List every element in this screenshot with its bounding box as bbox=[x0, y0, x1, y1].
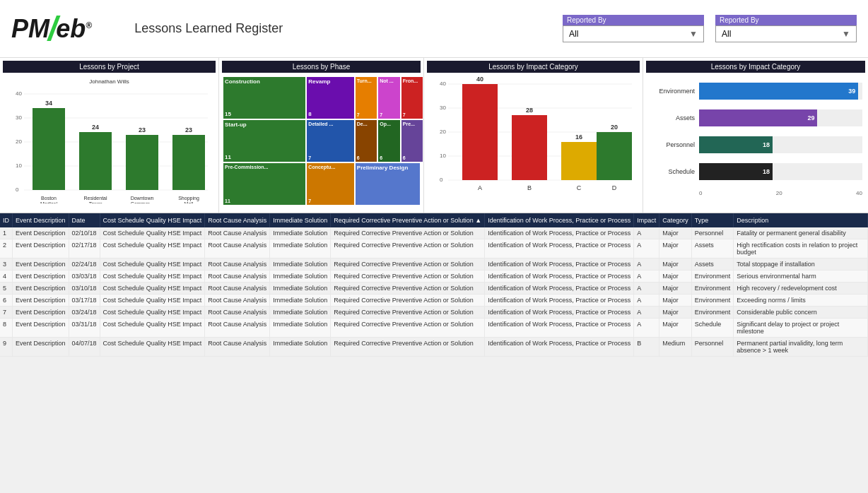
chart3-svg: 40 30 20 10 0 40 A 28 B 16 bbox=[427, 76, 640, 206]
hbar-label-personnel: Personnel bbox=[649, 141, 695, 148]
cell-impact: A bbox=[634, 227, 659, 239]
svg-text:16: 16 bbox=[575, 133, 582, 141]
col-imm: Immediate Solution bbox=[270, 213, 331, 227]
svg-text:40: 40 bbox=[16, 90, 22, 97]
svg-text:34: 34 bbox=[45, 100, 52, 107]
cell-impact: B bbox=[634, 338, 659, 357]
tm-fron: Fron...7 bbox=[401, 77, 423, 119]
filter-value-2: All bbox=[722, 29, 731, 39]
svg-text:C: C bbox=[577, 184, 582, 191]
svg-rect-41 bbox=[512, 115, 547, 180]
chart4-title: Lessons by Impact Category bbox=[646, 61, 865, 73]
cell-date: 02/10/18 bbox=[69, 227, 100, 239]
cell-id: 1 bbox=[0, 227, 13, 239]
cell-cost: Cost Schedule Quality HSE Impact bbox=[100, 259, 205, 271]
cell-description: Total stoppage if installation bbox=[734, 259, 868, 271]
cell-impact: A bbox=[634, 271, 659, 283]
cell-req: Required Corrective Preventive Action or… bbox=[331, 227, 485, 239]
cell-id: 6 bbox=[0, 295, 13, 307]
cell-description: Significant delay to project or project … bbox=[734, 319, 868, 338]
col-cost: Cost Schedule Quality HSE Impact bbox=[100, 213, 205, 227]
svg-rect-19 bbox=[126, 135, 158, 190]
svg-text:A: A bbox=[478, 184, 482, 191]
cell-root: Root Cause Analysis bbox=[205, 239, 270, 259]
table-row: 7 Event Description 03/24/18 Cost Schedu… bbox=[0, 307, 868, 319]
filter-label-1: Reported By bbox=[563, 15, 704, 25]
cell-id: 7 bbox=[0, 307, 13, 319]
cell-category: Major bbox=[659, 283, 692, 295]
table-section: ID Event Description Date Cost Schedule … bbox=[0, 213, 868, 493]
cell-date: 02/24/18 bbox=[69, 259, 100, 271]
cell-cost: Cost Schedule Quality HSE Impact bbox=[100, 295, 205, 307]
col-id: ID bbox=[0, 213, 13, 227]
cell-desc: Event Description bbox=[13, 227, 69, 239]
cell-id: 5 bbox=[0, 283, 13, 295]
svg-text:24: 24 bbox=[92, 124, 99, 131]
tm-not: Not ...7 bbox=[378, 77, 399, 119]
svg-text:Shopping: Shopping bbox=[178, 196, 199, 201]
cell-cost: Cost Schedule Quality HSE Impact bbox=[100, 227, 205, 239]
cell-category: Major bbox=[659, 295, 692, 307]
hbar-fill-assets: 29 bbox=[699, 109, 817, 126]
cell-category: Major bbox=[659, 227, 692, 239]
cell-impact: A bbox=[634, 319, 659, 338]
cell-imm: Immediate Solution bbox=[270, 338, 331, 357]
cell-ident: Identification of Work Process, Practice… bbox=[485, 307, 634, 319]
cell-cost: Cost Schedule Quality HSE Impact bbox=[100, 239, 205, 259]
cell-date: 02/17/18 bbox=[69, 239, 100, 259]
cell-imm: Immediate Solution bbox=[270, 295, 331, 307]
cell-root: Root Cause Analysis bbox=[205, 295, 270, 307]
col-date: Date bbox=[69, 213, 100, 227]
filter-select-1[interactable]: All ▼ bbox=[563, 25, 704, 42]
cell-imm: Immediate Solution bbox=[270, 239, 331, 259]
cell-ident: Identification of Work Process, Practice… bbox=[485, 239, 634, 259]
cell-desc: Event Description bbox=[13, 307, 69, 319]
cell-category: Major bbox=[659, 307, 692, 319]
svg-rect-10 bbox=[33, 108, 65, 190]
horiz-chart: Environment 39 Assets 29 bbox=[646, 76, 865, 203]
lessons-table: ID Event Description Date Cost Schedule … bbox=[0, 213, 868, 357]
cell-imm: Immediate Solution bbox=[270, 307, 331, 319]
main-content: Lessons by Project Johnathan Wills 40 30… bbox=[0, 58, 868, 493]
svg-text:D: D bbox=[612, 184, 617, 191]
cell-description: Considerable public concern bbox=[734, 307, 868, 319]
filter-box-1: Reported By All ▼ bbox=[563, 15, 704, 42]
svg-text:0: 0 bbox=[440, 177, 443, 183]
cell-category: Medium bbox=[659, 338, 692, 357]
cell-category: Major bbox=[659, 271, 692, 283]
tm-pre: Pre...6 bbox=[401, 120, 423, 162]
col-impact: Impact bbox=[634, 213, 659, 227]
table-row: 6 Event Description 03/17/18 Cost Schedu… bbox=[0, 295, 868, 307]
cell-type: Personnel bbox=[691, 338, 734, 357]
filter-select-2[interactable]: All ▼ bbox=[715, 25, 857, 42]
tm-turn: Turn...7 bbox=[356, 77, 377, 119]
hbar-val-environment: 39 bbox=[848, 88, 855, 95]
tm-de: De...6 bbox=[356, 120, 377, 162]
svg-text:20: 20 bbox=[440, 129, 446, 135]
cell-desc: Event Description bbox=[13, 283, 69, 295]
cell-description: Serious environmental harm bbox=[734, 271, 868, 283]
cell-id: 8 bbox=[0, 319, 13, 338]
hbar-val-personnel: 18 bbox=[763, 141, 770, 148]
cell-cost: Cost Schedule Quality HSE Impact bbox=[100, 319, 205, 338]
cell-date: 03/10/18 bbox=[69, 283, 100, 295]
cell-date: 04/07/18 bbox=[69, 338, 100, 357]
app-header: PM / eb® Lessons Learned Register Report… bbox=[0, 0, 868, 58]
cell-ident: Identification of Work Process, Practice… bbox=[485, 319, 634, 338]
cell-id: 4 bbox=[0, 271, 13, 283]
hbar-track-environment: 39 bbox=[699, 83, 862, 100]
col-event-desc: Event Description bbox=[13, 213, 69, 227]
logo-web: eb® bbox=[56, 14, 92, 44]
filter-group: Reported By All ▼ Reported By All ▼ bbox=[563, 15, 857, 42]
cell-description: Exceeding norms / limits bbox=[734, 295, 868, 307]
cell-cost: Cost Schedule Quality HSE Impact bbox=[100, 271, 205, 283]
table-row: 3 Event Description 02/24/18 Cost Schedu… bbox=[0, 259, 868, 271]
hbar-fill-environment: 39 bbox=[699, 83, 858, 100]
cell-root: Root Cause Analysis bbox=[205, 319, 270, 338]
chevron-down-icon-2: ▼ bbox=[842, 29, 850, 39]
tm-prelim: Preliminary Design bbox=[356, 163, 420, 205]
cell-req: Required Corrective Preventive Action or… bbox=[331, 259, 485, 271]
svg-text:Mall: Mall bbox=[184, 201, 194, 203]
cell-imm: Immediate Solution bbox=[270, 271, 331, 283]
cell-impact: A bbox=[634, 295, 659, 307]
